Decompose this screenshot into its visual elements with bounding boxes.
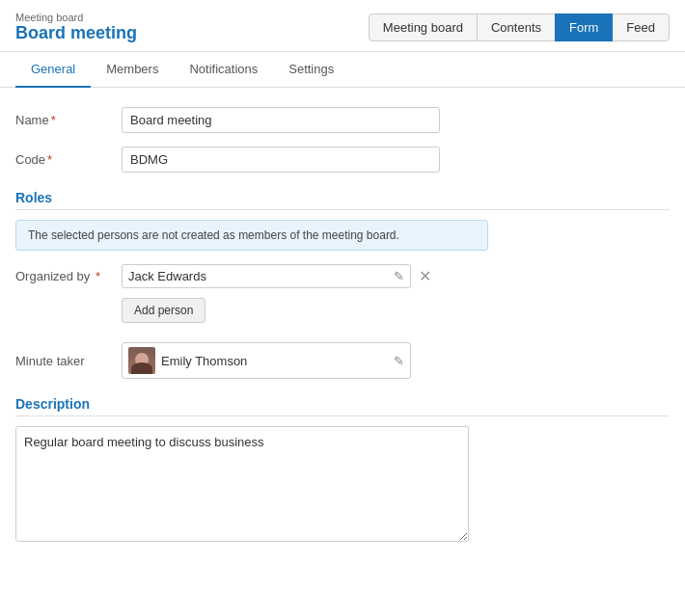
header-left: Meeting board Board meeting <box>15 12 137 43</box>
name-row: Name* <box>15 107 670 133</box>
roles-info-box: The selected persons are not created as … <box>15 220 488 251</box>
page-header: Meeting board Board meeting Meeting boar… <box>0 0 685 52</box>
minute-taker-row: Minute taker Emily Thomson ✎ <box>15 342 670 379</box>
form-content: Name* Code* Roles The selected persons a… <box>0 88 685 564</box>
tabs-bar: General Members Notifications Settings <box>0 52 685 88</box>
organized-required-star: * <box>92 269 100 283</box>
nav-form[interactable]: Form <box>555 13 613 41</box>
minute-taker-edit-icon[interactable]: ✎ <box>394 354 404 368</box>
roles-heading: Roles <box>15 190 670 210</box>
nav-contents[interactable]: Contents <box>477 13 556 41</box>
organized-by-row: Organized by * Jack Edwards ✎ ✕ <box>15 264 670 288</box>
add-person-button[interactable]: Add person <box>122 298 206 323</box>
header-nav: Meeting board Contents Form Feed <box>370 13 670 41</box>
tab-members[interactable]: Members <box>91 52 174 88</box>
nav-feed[interactable]: Feed <box>612 13 670 41</box>
organized-by-remove-icon[interactable]: ✕ <box>419 267 431 285</box>
organized-by-value: Jack Edwards <box>128 269 390 283</box>
code-row: Code* <box>15 147 670 173</box>
description-textarea[interactable]: Regular board meeting to discuss busines… <box>15 426 469 542</box>
minute-taker-value: Emily Thomson <box>161 354 390 368</box>
tab-general[interactable]: General <box>15 52 91 88</box>
tab-notifications[interactable]: Notifications <box>174 52 273 88</box>
organized-by-field: Jack Edwards ✎ <box>122 264 411 288</box>
avatar <box>128 347 155 374</box>
minute-taker-label: Minute taker <box>15 354 122 368</box>
name-required-star: * <box>51 113 56 127</box>
tab-settings[interactable]: Settings <box>273 52 349 88</box>
breadcrumb: Meeting board <box>15 12 137 23</box>
name-input[interactable] <box>122 107 440 133</box>
page-title: Board meeting <box>15 23 137 43</box>
add-person-wrapper: Add person <box>15 298 670 333</box>
minute-taker-field: Emily Thomson ✎ <box>122 342 411 379</box>
nav-meeting-board[interactable]: Meeting board <box>369 13 478 41</box>
code-input[interactable] <box>122 147 440 173</box>
organized-by-edit-icon[interactable]: ✎ <box>394 269 404 283</box>
code-label: Code* <box>15 152 122 167</box>
code-required-star: * <box>47 152 52 167</box>
description-heading: Description <box>15 396 670 416</box>
organized-by-label: Organized by * <box>15 269 122 283</box>
name-label: Name* <box>15 113 122 127</box>
